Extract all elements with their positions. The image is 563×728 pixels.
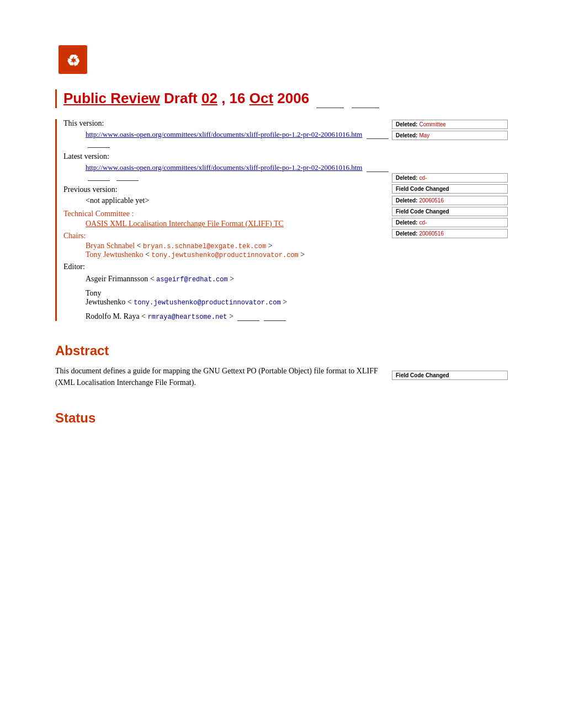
chair-2-row: Tony Jewtushenko < tony.jewtushenko@prod…: [63, 250, 392, 259]
field-code-changed-ann-1: Field Code Changed: [392, 184, 508, 194]
field-code-changed-ann-2: Field Code Changed: [392, 207, 508, 216]
editor-2-close: >: [283, 298, 287, 306]
editor-1-bracket: <: [150, 275, 155, 283]
chair-2-bracket-close: >: [300, 250, 305, 259]
latest-version-annotation-group: Deleted: 20060516 Field Code Changed Del…: [392, 196, 508, 238]
editor-3-bracket: <: [141, 312, 146, 320]
blank-space-1: [316, 108, 344, 108]
this-version-url-row: http://www.oasis-open.org/committees/xli…: [63, 130, 392, 148]
blank-ed-1: [237, 320, 259, 321]
editor-3-close: >: [229, 312, 233, 320]
ann-value-8: 20060516: [419, 231, 444, 237]
latest-version-url-row: http://www.oasis-open.org/committees/xli…: [63, 163, 392, 181]
editor-3-row: Rodolfo M. Raya < rmraya@heartsome.net >: [63, 312, 392, 321]
ann-label-5: Deleted:: [396, 197, 417, 204]
ann-label-9: Field Code Changed: [396, 372, 449, 378]
draft-number: 02: [201, 90, 217, 106]
chair-1-bracket-close: >: [268, 242, 273, 250]
editor-2-name-2: Jewtushenko < tony.jewtushenko@productin…: [86, 298, 392, 307]
main-content: Public Review Draft 02 , 16 Oct 2006 Thi…: [55, 89, 392, 432]
prev-version-row: Previous version:: [63, 185, 392, 194]
logo-container: ♻: [55, 44, 508, 73]
editor-2-row: Tony Jewtushenko < tony.jewtushenko@prod…: [63, 289, 392, 307]
ann-value-5: 20060516: [419, 197, 444, 204]
chair-2-bracket-open: <: [145, 250, 150, 259]
ann-value-7: cd-: [419, 220, 427, 226]
chair-2-name: Tony Jewtushenko: [86, 250, 143, 259]
this-version-annotation-group: Deleted: cd- Field Code Changed: [392, 173, 508, 194]
blank-lv-3: [116, 180, 139, 181]
deleted-20060516-ann-1: Deleted: 20060516: [392, 196, 508, 205]
status-heading: Status: [55, 410, 392, 426]
chair-2-email[interactable]: tony.jewtushenko@productinnovator.com: [151, 251, 298, 259]
editor-1-name: Asgeir Frimannsson: [86, 275, 148, 283]
date-comma: , 16: [221, 90, 249, 106]
blank-tv-2: [88, 147, 110, 148]
blank-ed-2: [264, 320, 286, 321]
chairs-row: Chairs:: [63, 232, 392, 240]
chair-1-bracket-open: <: [137, 242, 143, 250]
top-annotation-group: Deleted: Committee Deleted: May: [392, 120, 508, 140]
blank-space-2: [352, 108, 379, 108]
tc-label: Technical Committee :: [63, 210, 134, 218]
chair-1-name: Bryan Schnabel: [86, 242, 135, 250]
blank-lv-1: [367, 172, 389, 172]
latest-version-label: Latest version:: [63, 152, 109, 160]
deleted-20060516-ann-2: Deleted: 20060516: [392, 229, 508, 238]
oasis-logo: ♻: [55, 44, 87, 73]
svg-text:♻: ♻: [66, 52, 80, 69]
editor-1-email[interactable]: asgeirf@redhat.com: [156, 276, 228, 283]
deleted-cd-ann-2: Deleted: cd-: [392, 218, 508, 227]
draft-text: Draft: [164, 90, 201, 106]
version-section: Public Review Draft 02 , 16 Oct 2006: [55, 89, 392, 108]
ann-label-3: Deleted:: [396, 175, 417, 181]
editor-row: Editor:: [63, 263, 392, 271]
abstract-heading: Abstract: [55, 343, 392, 358]
version-heading: Public Review Draft 02 , 16 Oct 2006: [63, 89, 392, 108]
ann-value-1: Committee: [419, 121, 445, 127]
blank-lv-2: [88, 180, 110, 181]
editor-label: Editor:: [63, 263, 85, 271]
prev-version-label: Previous version:: [63, 185, 118, 194]
tc-value-row: OASIS XML Localisation Interchange File …: [63, 220, 392, 228]
this-version-row: This version:: [63, 119, 392, 128]
editor-1-close: >: [230, 275, 234, 283]
chair-1-email[interactable]: bryan.s.schnabel@exgate.tek.com: [143, 243, 266, 250]
editor-2-bracket: <: [128, 298, 132, 306]
abstract-text: This document defines a guide for mappin…: [55, 365, 386, 388]
tc-value-link[interactable]: OASIS XML Localisation Interchange File …: [86, 220, 284, 228]
public-review-link[interactable]: Public Review: [63, 90, 160, 106]
field-code-changed-ann-3: Field Code Changed: [392, 371, 508, 380]
deleted-committee-ann: Deleted: Committee: [392, 120, 508, 129]
ann-label-4: Field Code Changed: [396, 186, 449, 192]
ann-value-2: May: [419, 132, 429, 138]
month-text: Oct: [249, 90, 273, 106]
ann-label-7: Deleted:: [396, 220, 417, 226]
annotations-panel: Deleted: Committee Deleted: May Deleted:…: [392, 89, 508, 432]
ann-label-1: Deleted:: [396, 121, 417, 127]
ann-label-8: Deleted:: [396, 231, 417, 237]
deleted-cd-ann-1: Deleted: cd-: [392, 173, 508, 183]
this-version-label: This version:: [63, 119, 104, 127]
chair-1-row: Bryan Schnabel < bryan.s.schnabel@exgate…: [63, 242, 392, 250]
prev-version-value-row: <not applicable yet>: [63, 196, 392, 205]
this-version-link[interactable]: http://www.oasis-open.org/committees/xli…: [86, 130, 362, 138]
metadata-section: This version: http://www.oasis-open.org/…: [55, 119, 392, 321]
latest-version-link[interactable]: http://www.oasis-open.org/committees/xli…: [86, 163, 362, 172]
year-text: 2006: [277, 90, 309, 106]
ann-label-6: Field Code Changed: [396, 208, 449, 215]
editor-3-email[interactable]: rmraya@heartsome.net: [148, 313, 227, 321]
editor-2-name: Tony: [86, 289, 392, 298]
editor-annotation-group: Field Code Changed: [392, 371, 508, 380]
editor-3-name: Rodolfo M. Raya: [86, 312, 140, 320]
deleted-may-ann: Deleted: May: [392, 131, 508, 140]
blank-tv-1: [367, 138, 389, 139]
ann-value-3: cd-: [419, 175, 427, 181]
oasis-logo-icon: ♻: [59, 45, 87, 74]
prev-version-value: <not applicable yet>: [86, 196, 149, 205]
tc-row: Technical Committee :: [63, 210, 392, 218]
chairs-label: Chairs:: [63, 232, 86, 240]
editor-1-row: Asgeir Frimannsson < asgeirf@redhat.com …: [63, 275, 392, 283]
editor-2-email[interactable]: tony.jewtushenko@productinnovator.com: [134, 299, 280, 307]
latest-version-row: Latest version:: [63, 152, 392, 161]
